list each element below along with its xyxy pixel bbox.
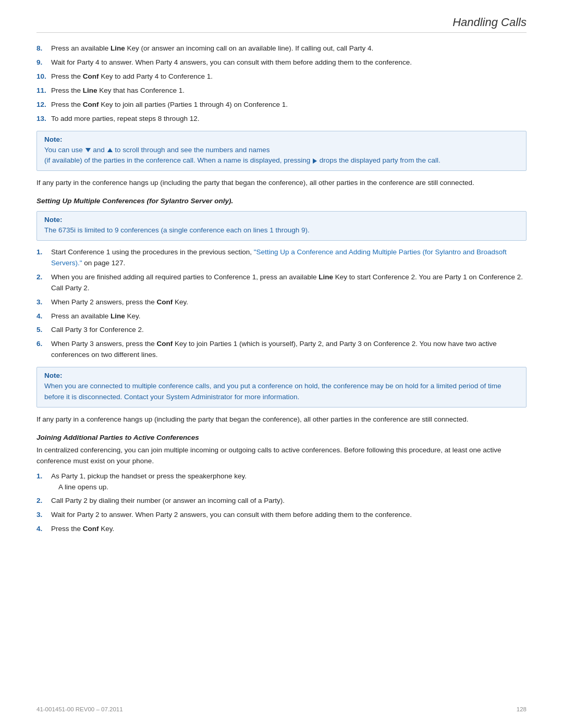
step-content-m-2: When you are finished adding all require…: [51, 272, 527, 294]
step-content-12: Press the Conf Key to join all parties (…: [51, 100, 527, 110]
step-12: 12. Press the Conf Key to join all parti…: [36, 100, 527, 110]
triangle-up-icon: [107, 148, 113, 152]
step-content-13: To add more parties, repeat steps 8 thro…: [51, 114, 527, 125]
step-b-2: 2. Call Party 2 by dialing their number …: [36, 496, 527, 507]
footer-right: 128: [517, 706, 527, 712]
body-text-1: If any party in the conference hangs up …: [36, 177, 527, 189]
step-content-11: Press the Line Key that has Conference 1…: [51, 85, 527, 96]
step-num-9: 9.: [36, 57, 51, 68]
step-content-b-3: Wait for Party 2 to answer. When Party 2…: [51, 510, 527, 521]
step-m-6: 6. When Party 3 answers, press the Conf …: [36, 339, 527, 361]
step-content-8: Press an available Line Key (or answer a…: [51, 43, 527, 54]
triangle-down-icon: [85, 148, 91, 152]
section-heading-1: Setting Up Multiple Conferences (for Syl…: [36, 197, 527, 205]
step-content-b-4: Press the Conf Key.: [51, 524, 527, 535]
note-box-1: Note: You can use and to scroll through …: [36, 131, 527, 171]
step-b-3: 3. Wait for Party 2 to answer. When Part…: [36, 510, 527, 521]
triangle-right-icon: [313, 158, 317, 164]
page-title: Handling Calls: [452, 16, 527, 29]
link-setting-up[interactable]: "Setting Up a Conference and Adding Mult…: [51, 248, 507, 267]
step-num-11: 11.: [36, 85, 51, 96]
note-line-1: You can use and to scroll through and se…: [44, 146, 270, 154]
step-content-9: Wait for Party 4 to answer. When Party 4…: [51, 57, 527, 68]
step-content-m-4: Press an available Line Key.: [51, 311, 527, 322]
step-content-m-3: When Party 2 answers, press the Conf Key…: [51, 297, 527, 308]
step-10: 10. Press the Conf Key to add Party 4 to…: [36, 71, 527, 82]
steps-top: 8. Press an available Line Key (or answe…: [36, 43, 527, 125]
step-content-b-2: Call Party 2 by dialing their number (or…: [51, 496, 527, 507]
step-content-m-6: When Party 3 answers, press the Conf Key…: [51, 339, 527, 361]
step-content-m-1: Start Conference 1 using the procedures …: [51, 247, 527, 269]
body-text-3: In centralized conferencing, you can joi…: [36, 445, 527, 467]
step-num-10: 10.: [36, 71, 51, 82]
page-header: Handling Calls: [36, 16, 527, 33]
footer-left: 41-001451-00 REV00 – 07.2011: [36, 706, 123, 712]
note-box-2: Note: The 6735i is limited to 9 conferen…: [36, 211, 527, 241]
step-num-m-5: 5.: [36, 325, 51, 336]
note-text-1: You can use and to scroll through and se…: [44, 145, 519, 167]
step-num-8: 8.: [36, 43, 51, 54]
step-num-b-1: 1.: [36, 471, 51, 492]
step-m-3: 3. When Party 2 answers, press the Conf …: [36, 297, 527, 308]
note-label-3: Note:: [44, 372, 519, 379]
steps-bottom: 1. As Party 1, pickup the handset or pre…: [36, 471, 527, 535]
step-content-10: Press the Conf Key to add Party 4 to Con…: [51, 71, 527, 82]
step-m-4: 4. Press an available Line Key.: [36, 311, 527, 322]
page-footer: 41-001451-00 REV00 – 07.2011 128: [36, 706, 527, 712]
step-m-5: 5. Call Party 3 for Conference 2.: [36, 325, 527, 336]
step-11: 11. Press the Line Key that has Conferen…: [36, 85, 527, 96]
note-text-3: When you are connected to multiple confe…: [44, 381, 519, 403]
note-label-1: Note:: [44, 135, 519, 143]
step-num-12: 12.: [36, 100, 51, 110]
step-content-m-5: Call Party 3 for Conference 2.: [51, 325, 527, 336]
step-num-m-6: 6.: [36, 339, 51, 361]
note-line-2: (if available) of the parties in the con…: [44, 156, 440, 164]
step-content-b-1: As Party 1, pickup the handset or press …: [51, 471, 527, 492]
step-8: 8. Press an available Line Key (or answe…: [36, 43, 527, 54]
steps-middle: 1. Start Conference 1 using the procedur…: [36, 247, 527, 361]
step-num-13: 13.: [36, 114, 51, 125]
step-num-m-1: 1.: [36, 247, 51, 269]
body-text-2: If any party in a conference hangs up (i…: [36, 414, 527, 425]
step-num-m-3: 3.: [36, 297, 51, 308]
note-label-2: Note:: [44, 216, 519, 224]
step-b-1: 1. As Party 1, pickup the handset or pre…: [36, 471, 527, 492]
step-b-4: 4. Press the Conf Key.: [36, 524, 527, 535]
step-9: 9. Wait for Party 4 to answer. When Part…: [36, 57, 527, 68]
step-m-1: 1. Start Conference 1 using the procedur…: [36, 247, 527, 269]
step-13: 13. To add more parties, repeat steps 8 …: [36, 114, 527, 125]
step-num-m-2: 2.: [36, 272, 51, 294]
step-num-b-4: 4.: [36, 524, 51, 535]
section-heading-2: Joining Additional Parties to Active Con…: [36, 434, 527, 441]
step-num-b-2: 2.: [36, 496, 51, 507]
note-text-2: The 6735i is limited to 9 conferences (a…: [44, 225, 519, 236]
step-sub-b-1: A line opens up.: [58, 482, 527, 492]
note-box-3: Note: When you are connected to multiple…: [36, 367, 527, 408]
step-num-b-3: 3.: [36, 510, 51, 521]
step-num-m-4: 4.: [36, 311, 51, 322]
step-m-2: 2. When you are finished adding all requ…: [36, 272, 527, 294]
